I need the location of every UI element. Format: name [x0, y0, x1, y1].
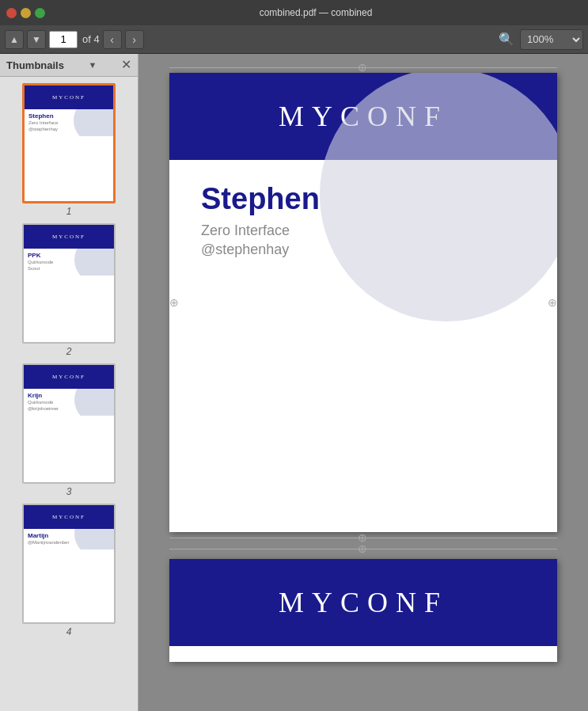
page1-container: ⊕ ⊕ ⊕ MYCONF Stephen Zero Interface @ste…: [169, 62, 557, 554]
thumb-header-2: MYCONF: [24, 225, 114, 249]
page-number-input[interactable]: [49, 31, 78, 48]
sidebar-header: Thumbnails ▼ ✕: [0, 54, 138, 77]
sidebar-dropdown-button[interactable]: ▼: [89, 60, 97, 70]
thumbnail-num-3: 3: [66, 486, 72, 497]
sidebar-title: Thumbnails: [6, 59, 64, 71]
search-button[interactable]: 🔍: [496, 29, 517, 50]
pdf-page-1: ⊕ ⊕ MYCONF Stephen Zero Interface @steph…: [169, 73, 557, 532]
thumb-myconf-1: MYCONF: [52, 94, 85, 101]
page2-container: MYCONF: [169, 559, 557, 662]
thumb-header-3: MYCONF: [24, 365, 114, 389]
right-guide-cross: ⊕: [548, 296, 557, 309]
thumb-header-4: MYCONF: [24, 505, 114, 529]
page-back-button[interactable]: ‹: [103, 30, 122, 49]
left-guide-cross: ⊕: [169, 296, 179, 309]
titlebar: combined.pdf — combined: [0, 0, 588, 25]
top-guide-cross-center: ⊕: [358, 62, 369, 73]
thumb-myconf-3: MYCONF: [52, 374, 85, 380]
window-title: combined.pdf — combined: [50, 7, 582, 18]
bottom-guide-cross-2: ⊕: [358, 543, 369, 554]
thumb-body-1: Stephen Zero Interface@stephenhay: [25, 109, 113, 136]
page-decorative-circle: [320, 73, 557, 321]
thumb-header-1: MYCONF: [25, 86, 113, 109]
sidebar-close-button[interactable]: ✕: [121, 59, 131, 71]
thumb-circle-2: [74, 249, 114, 276]
zoom-select[interactable]: 100% 50% 75% 125% 150% 200%: [520, 29, 583, 50]
thumb-circle-4: [74, 529, 114, 549]
close-button[interactable]: [6, 8, 17, 18]
top-guide: ⊕: [169, 62, 557, 73]
bottom-guide-cross-1: ⊕: [358, 532, 369, 543]
window-controls: [6, 8, 45, 18]
total-pages: of 4: [82, 33, 100, 45]
content-area[interactable]: ⊕ ⊕ ⊕ MYCONF Stephen Zero Interface @ste…: [138, 54, 588, 711]
sidebar: Thumbnails ▼ ✕ MYCONF Stephen Zero Inter…: [0, 54, 138, 711]
thumbnail-item-1[interactable]: MYCONF Stephen Zero Interface@stephenhay…: [6, 83, 131, 217]
thumbnail-frame-1[interactable]: MYCONF Stephen Zero Interface@stephenhay: [22, 83, 116, 203]
thumb-body-4: Martijn @Martijnvandenber: [24, 529, 114, 549]
thumb-myconf-4: MYCONF: [52, 514, 85, 520]
thumbnail-list: MYCONF Stephen Zero Interface@stephenhay…: [0, 77, 138, 644]
thumbnail-item-3[interactable]: MYCONF Krijn Quirksmode@krijnhoetmer 3: [6, 363, 131, 497]
thumbnail-item-2[interactable]: MYCONF PPK QuirksmodeScout 2: [6, 223, 131, 357]
main-layout: Thumbnails ▼ ✕ MYCONF Stephen Zero Inter…: [0, 54, 588, 711]
pdf-page-2: MYCONF: [169, 559, 557, 662]
thumb-circle-1: [74, 109, 113, 136]
bottom-guide-1: ⊕: [169, 532, 557, 543]
thumbnail-num-2: 2: [66, 346, 72, 357]
page-forward-button[interactable]: ›: [125, 30, 144, 49]
thumb-myconf-2: MYCONF: [52, 234, 85, 240]
thumb-body-3: Krijn Quirksmode@krijnhoetmer: [24, 389, 114, 416]
thumb-body-2: PPK QuirksmodeScout: [24, 249, 114, 276]
thumbnail-frame-3[interactable]: MYCONF Krijn Quirksmode@krijnhoetmer: [22, 363, 116, 484]
minimize-button[interactable]: [21, 8, 31, 18]
thumb-circle-3: [74, 389, 114, 416]
toolbar: ▲ ▼ of 4 ‹ › 🔍 100% 50% 75% 125% 150% 20…: [0, 25, 588, 54]
thumbnail-num-1: 1: [66, 206, 72, 217]
next-nav-button[interactable]: ▼: [27, 30, 46, 49]
thumbnail-item-4[interactable]: MYCONF Martijn @Martijnvandenber 4: [6, 504, 131, 637]
thumbnail-num-4: 4: [66, 626, 72, 637]
thumbnail-frame-4[interactable]: MYCONF Martijn @Martijnvandenber: [22, 504, 116, 624]
page2-myconf-label: MYCONF: [279, 586, 448, 619]
page-body: Stephen Zero Interface @stephenhay: [169, 160, 557, 258]
maximize-button[interactable]: [35, 8, 45, 18]
bottom-guide-2: ⊕: [169, 543, 557, 554]
prev-nav-button[interactable]: ▲: [5, 30, 24, 49]
thumbnail-frame-2[interactable]: MYCONF PPK QuirksmodeScout: [22, 223, 116, 344]
page2-top-banner: MYCONF: [169, 559, 557, 646]
